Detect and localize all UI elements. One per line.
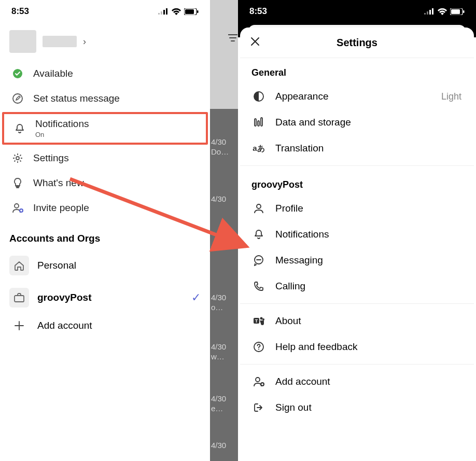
notifications-item[interactable]: Notifications On bbox=[2, 112, 208, 145]
sign-out-item[interactable]: Sign out bbox=[240, 395, 474, 421]
data-storage-icon bbox=[253, 116, 265, 129]
chat-preview: 4/30o… bbox=[210, 293, 238, 312]
phone-icon bbox=[253, 280, 265, 292]
notifications-setting-item[interactable]: Notifications bbox=[240, 221, 474, 247]
svg-rect-3 bbox=[166, 8, 167, 15]
svg-rect-1 bbox=[161, 11, 162, 15]
personal-account-item[interactable]: Personal bbox=[0, 249, 210, 282]
calling-item[interactable]: Calling bbox=[240, 273, 474, 299]
about-label: About bbox=[275, 315, 301, 327]
messaging-label: Messaging bbox=[275, 255, 323, 266]
whats-new-label: What's new bbox=[33, 177, 84, 189]
background-panel-top bbox=[210, 0, 238, 109]
divider bbox=[240, 165, 474, 166]
lightbulb-icon bbox=[11, 177, 24, 189]
svg-point-10 bbox=[15, 204, 19, 208]
svg-point-8 bbox=[13, 94, 22, 103]
help-item[interactable]: Help and feedback bbox=[240, 334, 474, 360]
right-screen: 8:53 Settings General Appearance Light D… bbox=[238, 0, 476, 461]
org-section-label: groovyPost bbox=[240, 170, 474, 195]
briefcase-icon bbox=[9, 288, 29, 308]
close-icon[interactable] bbox=[249, 36, 263, 49]
svg-rect-2 bbox=[163, 10, 165, 15]
about-item[interactable]: T About bbox=[240, 308, 474, 334]
invite-label: Invite people bbox=[33, 202, 89, 214]
notifications-setting-label: Notifications bbox=[275, 229, 329, 240]
chat-preview: 4/30 bbox=[210, 441, 238, 451]
battery-icon bbox=[450, 8, 465, 15]
svg-rect-22 bbox=[258, 121, 259, 126]
svg-text:T: T bbox=[255, 318, 258, 324]
add-account-setting-item[interactable]: Add account bbox=[240, 369, 474, 395]
status-bar: 8:53 bbox=[0, 0, 210, 21]
chat-preview: 4/30Do… bbox=[210, 137, 238, 156]
svg-rect-12 bbox=[15, 296, 24, 302]
status-time: 8:53 bbox=[11, 6, 29, 17]
svg-rect-21 bbox=[255, 119, 256, 126]
user-name-redacted bbox=[43, 36, 77, 47]
set-status-item[interactable]: Set status message bbox=[0, 86, 210, 111]
left-screen: 4/30Do… 4/30 4/30 4/30o… 4/30w… 4/30e… 4… bbox=[0, 0, 238, 461]
add-person-icon bbox=[253, 375, 265, 388]
chat-icon bbox=[253, 254, 265, 267]
chevron-right-icon: › bbox=[83, 36, 86, 47]
cellular-icon bbox=[424, 8, 435, 15]
invite-people-item[interactable]: Invite people bbox=[0, 195, 210, 220]
settings-label: Settings bbox=[33, 152, 69, 164]
svg-rect-13 bbox=[424, 13, 426, 15]
user-profile-row[interactable]: › bbox=[0, 21, 210, 58]
notifications-label: Notifications bbox=[35, 118, 89, 130]
add-account-label: Add account bbox=[37, 320, 201, 331]
svg-rect-16 bbox=[432, 8, 433, 15]
messaging-item[interactable]: Messaging bbox=[240, 247, 474, 273]
contrast-icon bbox=[253, 90, 265, 103]
sign-out-label: Sign out bbox=[275, 402, 312, 413]
org-label: groovyPost bbox=[37, 292, 183, 303]
chat-preview: 4/30w… bbox=[210, 342, 238, 361]
svg-rect-6 bbox=[197, 10, 199, 13]
settings-title: Settings bbox=[263, 37, 451, 49]
profile-item[interactable]: Profile bbox=[240, 195, 474, 221]
translation-item[interactable]: aあ Translation bbox=[240, 135, 474, 161]
svg-point-29 bbox=[262, 318, 264, 320]
presence-available-icon bbox=[11, 67, 24, 80]
svg-point-28 bbox=[260, 317, 263, 320]
org-account-item[interactable]: groovyPost ✓ bbox=[0, 282, 210, 314]
profile-label: Profile bbox=[275, 203, 303, 214]
svg-point-31 bbox=[258, 349, 259, 350]
general-section-label: General bbox=[240, 58, 474, 83]
svg-point-24 bbox=[257, 204, 261, 208]
divider bbox=[240, 364, 474, 365]
battery-icon bbox=[184, 8, 199, 15]
chat-preview: 4/30 bbox=[210, 241, 238, 251]
calling-label: Calling bbox=[275, 281, 305, 292]
appearance-value: Light bbox=[441, 91, 461, 102]
add-account-item[interactable]: Add account bbox=[0, 314, 210, 338]
personal-label: Personal bbox=[37, 260, 201, 271]
svg-rect-5 bbox=[185, 9, 194, 14]
svg-point-9 bbox=[16, 157, 19, 160]
svg-rect-0 bbox=[158, 13, 160, 15]
checkmark-icon: ✓ bbox=[191, 291, 201, 304]
chat-preview: 4/30e… bbox=[210, 394, 238, 413]
settings-item[interactable]: Settings bbox=[0, 146, 210, 171]
filter-icon[interactable] bbox=[228, 34, 237, 44]
settings-header: Settings bbox=[240, 27, 474, 58]
bell-icon bbox=[13, 122, 26, 135]
person-icon bbox=[253, 202, 265, 215]
avatar bbox=[9, 30, 36, 53]
svg-rect-15 bbox=[429, 10, 431, 15]
cellular-icon bbox=[158, 8, 169, 15]
whats-new-item[interactable]: What's new bbox=[0, 171, 210, 195]
help-icon bbox=[253, 341, 265, 353]
data-storage-item[interactable]: Data and storage bbox=[240, 109, 474, 135]
add-account-setting-label: Add account bbox=[275, 376, 330, 387]
wifi-icon bbox=[172, 8, 181, 15]
home-icon bbox=[9, 256, 29, 275]
plus-icon bbox=[9, 320, 29, 331]
accounts-orgs-header: Accounts and Orgs bbox=[0, 223, 210, 249]
status-available-item[interactable]: Available bbox=[0, 61, 210, 86]
status-time: 8:53 bbox=[249, 6, 267, 17]
help-label: Help and feedback bbox=[275, 341, 357, 353]
appearance-item[interactable]: Appearance Light bbox=[240, 83, 474, 109]
